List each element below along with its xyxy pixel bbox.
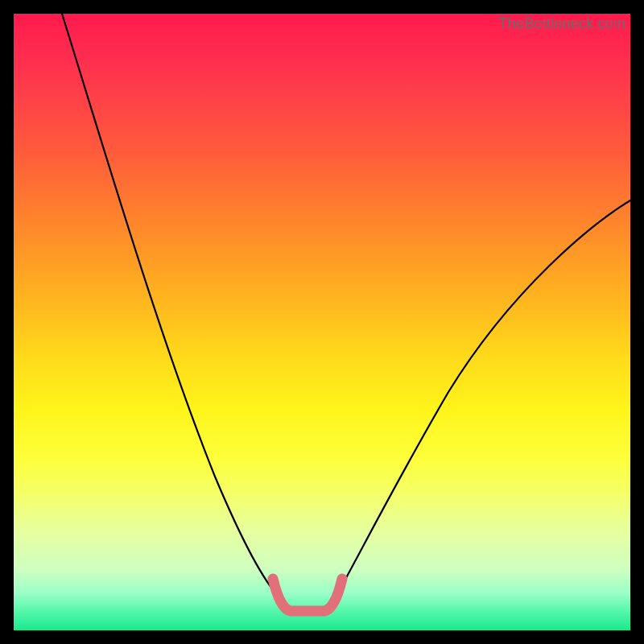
left-curve xyxy=(62,14,280,598)
chart-frame: TheBottleneck.com xyxy=(0,0,644,644)
right-curve xyxy=(335,200,630,598)
curve-layer xyxy=(14,14,630,630)
well-range xyxy=(273,579,342,611)
plot-area: TheBottleneck.com xyxy=(14,14,630,630)
watermark-text: TheBottleneck.com xyxy=(499,15,625,32)
